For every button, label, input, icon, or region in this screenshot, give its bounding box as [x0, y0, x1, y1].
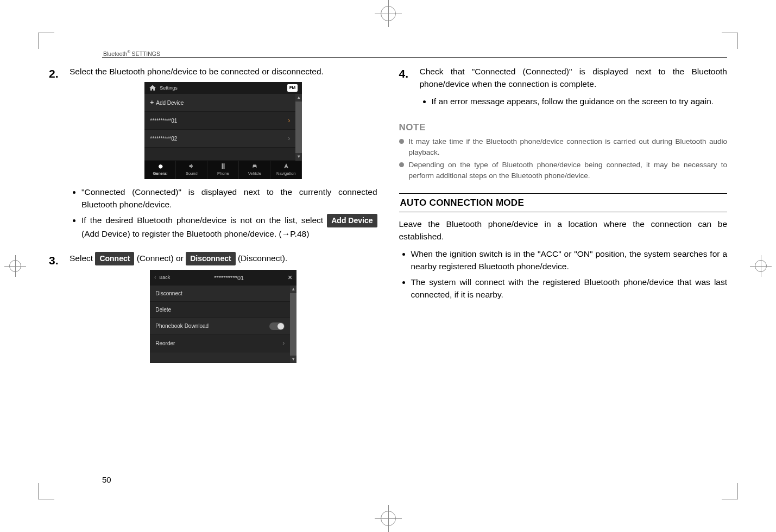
crop-mark: [722, 33, 738, 49]
scrollbar-thumb: [295, 102, 302, 153]
screenshot-device-detail: ‹Back **********01 × Disconnect Delete P…: [150, 270, 296, 363]
car-icon: [251, 163, 258, 169]
ss-row-add-device: +Add Device: [144, 94, 295, 112]
text-fragment: (Connect) or: [137, 254, 186, 263]
step-text: Check that "Connected (Connected)" is di…: [420, 65, 728, 91]
scroll-up-icon: ▲: [290, 286, 296, 293]
crop-mark: [722, 483, 738, 499]
step-number: 3.: [49, 252, 63, 370]
left-column: 2. Select the Bluetooth phone/device to …: [49, 65, 377, 374]
bullet-list: "Connected (Connected)" is displayed nex…: [70, 186, 377, 240]
ss-label: Delete: [155, 306, 171, 314]
ss-title: **********01: [214, 274, 244, 283]
ss-label: Add Device: [156, 100, 184, 106]
text-fragment: If the desired Bluetooth phone/device is…: [81, 216, 327, 225]
note-item: Depending on the type of Bluetooth phone…: [399, 160, 728, 181]
step-text: Select Connect (Connect) or Disconnect (…: [70, 252, 377, 265]
step-3: 3. Select Connect (Connect) or Disconnec…: [49, 252, 377, 370]
text-fragment: (Disconnect).: [238, 254, 287, 263]
ss-tab-navigation: Navigation: [270, 161, 302, 179]
registration-mark-bottom: [375, 505, 402, 532]
step-body: Select the Bluetooth phone/device to be …: [70, 65, 377, 248]
bullet-list: If an error message appears, follow the …: [420, 95, 728, 107]
step-number: 2.: [49, 65, 63, 248]
ss-row-disconnect: Disconnect: [150, 286, 290, 302]
ss-topbar: Settings FM: [144, 82, 302, 94]
ss-label: Phonebook Download: [155, 322, 209, 330]
ss-row-empty: [144, 148, 295, 161]
ss-label: Disconnect: [155, 289, 182, 297]
subheading-auto-connection: AUTO CONNECTION MODE: [399, 193, 728, 213]
ss-row-phonebook: Phonebook Download: [150, 318, 290, 334]
scroll-down-icon: ▼: [290, 356, 296, 363]
registration-mark-left: [4, 255, 26, 277]
fm-badge: FM: [287, 84, 298, 92]
ss-back: ‹Back: [154, 274, 170, 282]
crop-mark: [38, 33, 54, 49]
ss-row-empty: [150, 352, 290, 363]
page-number: 50: [102, 475, 111, 484]
registration-mark-top: [375, 0, 402, 27]
note-list: It may take time if the Bluetooth phone/…: [399, 136, 728, 181]
ss-tab-vehicle: Vehicle: [239, 161, 270, 179]
step-4: 4. Check that "Connected (Connected)" is…: [399, 65, 728, 115]
ss-label: **********02: [150, 135, 177, 143]
ss-label: Reorder: [155, 339, 175, 347]
note-item: It may take time if the Bluetooth phone/…: [399, 136, 728, 157]
scrollbar-thumb: [290, 293, 296, 356]
ss-row-device: **********02›: [144, 130, 295, 148]
note-heading: NOTE: [399, 121, 728, 135]
note-block: NOTE It may take time if the Bluetooth p…: [399, 121, 728, 181]
close-icon: ×: [288, 272, 292, 283]
right-column: 4. Check that "Connected (Connected)" is…: [399, 65, 728, 374]
scroll-up-icon: ▲: [295, 94, 302, 102]
bullet-item: If an error message appears, follow the …: [432, 95, 728, 107]
ss-row-reorder: Reorder›: [150, 334, 290, 352]
pill-add-device: Add Device: [327, 214, 377, 227]
speaker-icon: [188, 163, 195, 169]
phone-icon: [219, 163, 227, 169]
chevron-right-icon: ›: [288, 116, 290, 125]
chevron-left-icon: ‹: [154, 274, 156, 282]
bullet-item: The system will connect with the registe…: [411, 276, 728, 301]
content-columns: 2. Select the Bluetooth phone/device to …: [49, 65, 727, 374]
page: Bluetooth® SETTINGS 2. Select the Blueto…: [0, 0, 776, 532]
pill-connect: Connect: [95, 252, 134, 265]
plus-icon: +: [150, 99, 154, 106]
home-icon: [149, 84, 156, 92]
registration-mark-right: [750, 255, 772, 277]
screenshot-settings: Settings FM +Add Device **********01› **…: [144, 82, 302, 179]
gear-icon: [156, 163, 164, 169]
step-2: 2. Select the Bluetooth phone/device to …: [49, 65, 377, 248]
paragraph: Leave the Bluetooth phone/device in a lo…: [399, 218, 728, 243]
nav-icon: [282, 163, 290, 169]
ss-tab-phone: Phone: [207, 161, 239, 179]
ss-tabs: General Sound Phone Vehicle Navigation: [144, 161, 302, 179]
ss-tab-general: General: [144, 161, 176, 179]
step-body: Check that "Connected (Connected)" is di…: [420, 65, 728, 115]
ss-label: **********01: [150, 117, 177, 125]
scroll-down-icon: ▼: [295, 153, 302, 161]
toggle-switch: [269, 322, 285, 330]
bullet-item: When the ignition switch is in the "ACC"…: [411, 248, 728, 273]
step-body: Select Connect (Connect) or Disconnect (…: [70, 252, 377, 370]
ss-title: Settings: [160, 85, 178, 92]
pill-disconnect: Disconnect: [186, 252, 235, 265]
chevron-right-icon: ›: [282, 338, 285, 348]
text-fragment: Select: [70, 254, 95, 263]
ss-row-delete: Delete: [150, 302, 290, 318]
bullet-item: If the desired Bluetooth phone/device is…: [81, 214, 377, 240]
ss-topbar: ‹Back **********01 ×: [150, 270, 296, 286]
text-fragment: (Add Device) to register the Bluetooth p…: [81, 229, 309, 238]
bullet-list: When the ignition switch is in the "ACC"…: [399, 248, 728, 301]
chevron-right-icon: ›: [288, 134, 290, 143]
bullet-item: "Connected (Connected)" is displayed nex…: [81, 186, 377, 211]
crop-mark: [38, 483, 54, 499]
running-header: Bluetooth® SETTINGS: [102, 50, 727, 58]
step-number: 4.: [399, 65, 413, 115]
ss-row-device: **********01›: [144, 112, 295, 130]
ss-tab-sound: Sound: [176, 161, 207, 179]
step-text: Select the Bluetooth phone/device to be …: [70, 65, 377, 78]
